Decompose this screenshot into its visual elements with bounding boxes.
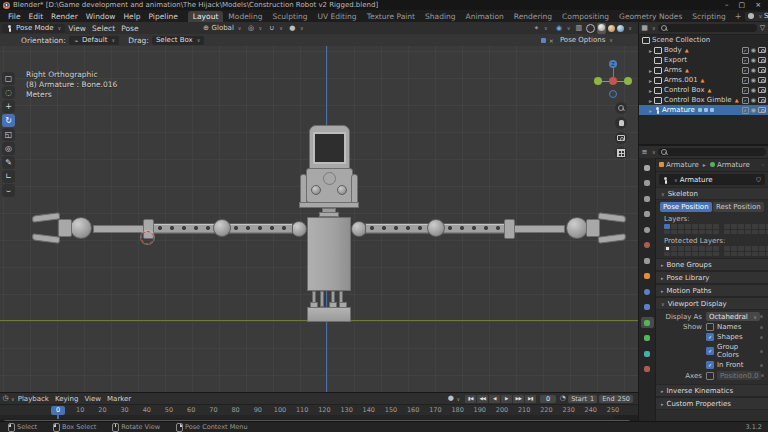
- layer-cell[interactable]: [752, 230, 758, 235]
- names-checkbox[interactable]: [706, 323, 714, 331]
- axes-checkbox[interactable]: [706, 372, 714, 380]
- layer-cell[interactable]: [759, 246, 765, 251]
- layer-cell[interactable]: [745, 252, 751, 257]
- disable-render-camera-icon[interactable]: [758, 57, 766, 63]
- tab-render[interactable]: [641, 178, 654, 189]
- brush-icon[interactable]: [541, 38, 546, 43]
- disable-render-camera-icon[interactable]: [758, 77, 766, 83]
- rotate-tool[interactable]: ↻: [2, 114, 15, 127]
- properties-editor-icon[interactable]: ≡: [641, 149, 648, 156]
- timeline-menu-keying[interactable]: Keying: [52, 395, 82, 403]
- properties-search-input[interactable]: [658, 148, 766, 156]
- overlays-dropdown[interactable]: ◉∨: [553, 24, 574, 33]
- move-tool[interactable]: +: [2, 100, 15, 113]
- pin-icon[interactable]: ◦: [761, 161, 765, 168]
- animate-dot[interactable]: [760, 326, 763, 329]
- next-keyframe-button[interactable]: ▶▶: [513, 395, 524, 403]
- layer-cell[interactable]: [692, 224, 698, 229]
- layer-cell[interactable]: [678, 224, 684, 229]
- hide-eye-icon[interactable]: ◉: [751, 97, 756, 103]
- drag-setting-dropdown[interactable]: Select Box ∨: [152, 36, 205, 45]
- menu-help[interactable]: Help: [119, 12, 144, 21]
- exclude-checkbox[interactable]: ✓: [742, 77, 749, 84]
- pose-position-button[interactable]: Pose Position: [660, 202, 712, 212]
- workspace-tab-animation[interactable]: Animation: [461, 11, 509, 22]
- tab-view-layer[interactable]: [641, 209, 654, 220]
- layer-cell[interactable]: [738, 252, 744, 257]
- layer-cell[interactable]: [706, 224, 712, 229]
- viewport-display-panel-header[interactable]: ∨Viewport Display: [656, 297, 768, 310]
- material-shading-button[interactable]: [608, 25, 615, 32]
- layer-cell[interactable]: [759, 230, 765, 235]
- disclosure-arrow[interactable]: ▸: [647, 77, 654, 84]
- layer-cell[interactable]: [699, 224, 705, 229]
- workspace-tab-rendering[interactable]: Rendering: [509, 11, 557, 22]
- disclosure-arrow[interactable]: ▸: [647, 97, 654, 104]
- layer-cell[interactable]: [745, 224, 751, 229]
- layer-cell[interactable]: [752, 252, 758, 257]
- outliner-row-arms-001[interactable]: ▸Arms.001▲✓◉: [639, 75, 768, 85]
- animate-dot[interactable]: [760, 315, 763, 318]
- datablock-name-field[interactable]: ∨ Armature ⛉: [659, 174, 765, 185]
- custom-properties-panel-header[interactable]: ▸Custom Properties: [656, 397, 768, 410]
- menu-view[interactable]: View: [65, 24, 89, 33]
- outliner-row-control-box[interactable]: ▸Control Box▲✓◉: [639, 85, 768, 95]
- hide-eye-icon[interactable]: ◉: [751, 87, 756, 93]
- pose-options-dropdown[interactable]: Pose Options ∨: [557, 36, 616, 45]
- xray-toggle-icon[interactable]: ▥: [575, 25, 582, 32]
- hide-eye-icon[interactable]: ◉: [751, 77, 756, 83]
- layer-cell[interactable]: [759, 252, 765, 257]
- exclude-checkbox[interactable]: ✓: [742, 87, 749, 94]
- tab-object[interactable]: [641, 271, 654, 282]
- camera-view-button[interactable]: [615, 132, 627, 144]
- maximize-button[interactable]: ▢: [739, 1, 746, 9]
- layer-cell[interactable]: [706, 252, 712, 257]
- outliner-row-armature[interactable]: ▸Armature✓◉: [639, 105, 768, 115]
- exclude-checkbox[interactable]: ✓: [742, 67, 749, 74]
- play-button[interactable]: ▶: [501, 395, 512, 403]
- disable-render-camera-icon[interactable]: [758, 107, 766, 113]
- workspace-tab-scripting[interactable]: Scripting: [687, 11, 730, 22]
- filter-funnel-icon[interactable]: ▽: [759, 25, 766, 32]
- playhead[interactable]: 0: [51, 406, 65, 415]
- layer-cell[interactable]: [738, 246, 744, 251]
- layer-cell[interactable]: [664, 252, 670, 257]
- menu-pipeline[interactable]: Pipeline: [144, 12, 181, 21]
- layer-cell[interactable]: [738, 230, 744, 235]
- pose-library-panel-header[interactable]: ▸Pose Library: [656, 271, 768, 284]
- bone-groups-panel-header[interactable]: ▸Bone Groups: [656, 258, 768, 271]
- tab-object-data[interactable]: [641, 317, 654, 328]
- gizmo-neg-y-axis[interactable]: [624, 77, 632, 85]
- rest-position-button[interactable]: Rest Position: [713, 202, 765, 212]
- animate-dot[interactable]: [760, 336, 763, 339]
- layer-cell[interactable]: [706, 246, 712, 251]
- pan-hand-button[interactable]: [615, 117, 627, 129]
- navigation-gizmo[interactable]: Z: [592, 60, 636, 104]
- layer-cell[interactable]: [699, 246, 705, 251]
- layer-cell[interactable]: [724, 246, 730, 251]
- mode-selector[interactable]: Pose Mode ∨: [2, 24, 65, 33]
- tab-scene[interactable]: [641, 224, 654, 235]
- layer-cell[interactable]: [724, 230, 730, 235]
- gizmos-dropdown[interactable]: ⌖∨: [530, 24, 551, 33]
- layer-cell[interactable]: [745, 246, 751, 251]
- axes-position-slider[interactable]: Position 0.0: [717, 371, 761, 380]
- perspective-toggle-button[interactable]: [615, 147, 627, 159]
- animate-dot[interactable]: [761, 374, 764, 377]
- zoom-button[interactable]: [615, 102, 627, 114]
- tab-collection[interactable]: [641, 255, 654, 266]
- add-workspace-button[interactable]: +: [731, 12, 746, 21]
- preview-range-clock-icon[interactable]: ◔: [559, 395, 566, 402]
- prev-keyframe-button[interactable]: ◀◀: [477, 395, 488, 403]
- layer-cell[interactable]: [713, 230, 719, 235]
- disable-render-camera-icon[interactable]: [758, 47, 766, 53]
- jump-to-start-button[interactable]: ▮◀: [465, 395, 476, 403]
- minimize-button[interactable]: –: [725, 1, 729, 9]
- animate-dot[interactable]: [760, 350, 763, 353]
- timeline-menu-marker[interactable]: Marker: [104, 395, 134, 403]
- snap-toggle[interactable]: ∪∨: [265, 24, 286, 33]
- layer-cell[interactable]: [731, 224, 737, 229]
- tab-physics[interactable]: [641, 286, 654, 297]
- layer-cell[interactable]: [685, 252, 691, 257]
- layer-cell[interactable]: [692, 230, 698, 235]
